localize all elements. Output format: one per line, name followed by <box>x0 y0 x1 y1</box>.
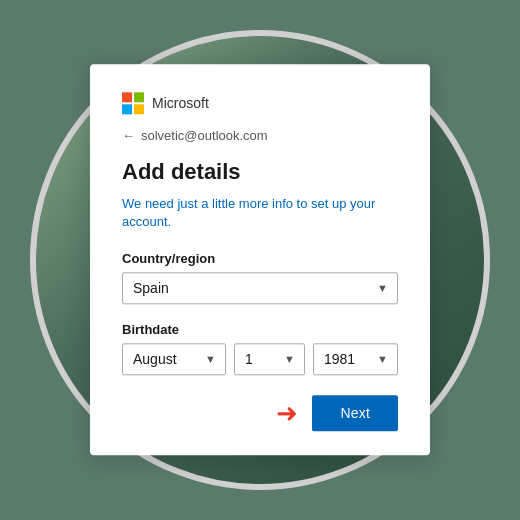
ms-logo-grid <box>122 92 144 114</box>
next-button[interactable]: Next <box>312 396 398 432</box>
day-select[interactable]: 12345 678910 1112131415 1617181920 21222… <box>234 344 305 376</box>
ms-square-red <box>122 92 132 102</box>
birthdate-label: Birthdate <box>122 323 398 338</box>
ms-brand-name: Microsoft <box>152 95 209 111</box>
account-email: solvetic@outlook.com <box>141 128 268 143</box>
page-subtitle: We need just a little more info to set u… <box>122 195 398 231</box>
ms-logo: Microsoft <box>122 92 398 114</box>
year-select[interactable]: 19791980198119821983 <box>313 344 398 376</box>
bottom-row: ➜ Next <box>122 396 398 432</box>
back-link[interactable]: ← solvetic@outlook.com <box>122 128 398 143</box>
back-arrow-icon: ← <box>122 128 135 143</box>
day-select-wrapper: 12345 678910 1112131415 1617181920 21222… <box>234 344 305 376</box>
ms-square-blue <box>122 104 132 114</box>
month-select-wrapper: January February March April May June Ju… <box>122 344 226 376</box>
ms-square-yellow <box>134 104 144 114</box>
birthdate-row: January February March April May June Ju… <box>122 344 398 376</box>
year-select-wrapper: 19791980198119821983 ▼ <box>313 344 398 376</box>
ms-square-green <box>134 92 144 102</box>
month-select[interactable]: January February March April May June Ju… <box>122 344 226 376</box>
country-label: Country/region <box>122 252 398 267</box>
page-title: Add details <box>122 159 398 185</box>
country-select[interactable]: Spain United States United Kingdom Franc… <box>122 273 398 305</box>
next-arrow-icon: ➜ <box>276 401 298 427</box>
signup-card: Microsoft ← solvetic@outlook.com Add det… <box>90 64 430 455</box>
country-select-wrapper: Spain United States United Kingdom Franc… <box>122 273 398 305</box>
